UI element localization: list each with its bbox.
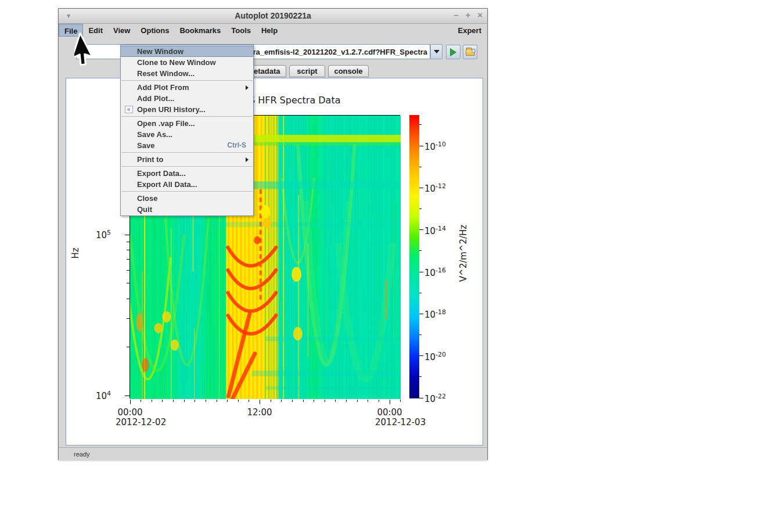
- chevron-down-icon: [434, 50, 440, 53]
- colorbar-tick-major: [419, 146, 423, 146]
- x-tick: [281, 400, 282, 402]
- colorbar-tick-major: [419, 398, 423, 398]
- menu-separator: [121, 152, 253, 153]
- menu-bar: File Edit View Options Bookmarks Tools H…: [59, 24, 487, 37]
- colorbar-tick-minor: [419, 376, 422, 377]
- x-tick: [238, 400, 239, 402]
- menuitem-reset-window[interactable]: Reset Window...: [121, 68, 253, 79]
- colorbar-tick-minor: [419, 167, 422, 167]
- menuitem-export-data[interactable]: Export Data...: [121, 168, 253, 179]
- x-tick: [249, 400, 249, 402]
- x-tick: [217, 400, 217, 402]
- x-tick: [379, 400, 379, 402]
- menuitem-close[interactable]: Close: [121, 193, 253, 204]
- x-tick: [292, 400, 293, 402]
- y-tick-minor: [127, 270, 129, 271]
- y-tick-minor: [127, 250, 129, 250]
- y-tick-minor: [127, 242, 129, 242]
- x-tick: [152, 400, 152, 402]
- menuitem-add-plot[interactable]: Add Plot...: [121, 93, 253, 104]
- menuitem-export-all-data[interactable]: Export All Data...: [121, 179, 253, 190]
- submenu-arrow-icon: [246, 157, 249, 162]
- y-tick-minor: [127, 259, 129, 260]
- colorbar-tick-label: 10-20: [424, 351, 459, 362]
- menu-help[interactable]: Help: [256, 24, 283, 37]
- colorbar-tick-label: 10-22: [424, 393, 459, 404]
- menu-separator: [121, 166, 253, 167]
- tab-script[interactable]: script: [289, 65, 325, 77]
- menu-separator: [121, 116, 253, 117]
- x-tick-date-0: 2012-12-02: [116, 417, 166, 427]
- play-icon: [450, 48, 456, 56]
- colorbar-tick-label: 10-14: [424, 225, 459, 236]
- menu-view[interactable]: View: [108, 24, 135, 37]
- colorbar: [409, 115, 419, 398]
- folder-search-icon: [466, 49, 475, 56]
- colorbar-axis-label: V^2/m^2/Hz: [458, 210, 469, 297]
- menu-tools[interactable]: Tools: [226, 24, 256, 37]
- uri-dropdown-button[interactable]: [430, 44, 442, 59]
- x-tick: [335, 400, 336, 402]
- y-tick-minor: [127, 347, 129, 347]
- menuitem-print-to[interactable]: Print to: [121, 154, 253, 165]
- x-tick: [260, 400, 260, 404]
- x-tick: [141, 400, 141, 402]
- maximize-button[interactable]: +: [465, 10, 470, 20]
- y-tick-major: [125, 396, 129, 396]
- x-tick-date-24: 2012-12-03: [375, 417, 426, 427]
- menu-separator: [121, 191, 253, 192]
- x-tick: [368, 400, 368, 402]
- x-tick: [195, 400, 195, 402]
- colorbar-tick-major: [419, 272, 423, 272]
- submenu-arrow-icon: [246, 85, 249, 90]
- autoplot-window: ▾ Autoplot 20190221a – + × File Edit Vie…: [58, 8, 488, 460]
- colorbar-tick-major: [419, 355, 423, 356]
- go-button[interactable]: [446, 45, 460, 59]
- x-tick-time-24: 00:00: [369, 407, 410, 418]
- y-tick-major: [125, 235, 129, 235]
- x-tick: [130, 400, 131, 404]
- status-bar: ready: [59, 447, 487, 460]
- menuitem-save-as[interactable]: Save As...: [121, 129, 253, 140]
- colorbar-tick-major: [419, 314, 423, 314]
- menu-separator: [121, 80, 253, 81]
- menu-options[interactable]: Options: [135, 24, 174, 37]
- y-axis-label: Hz: [70, 242, 81, 265]
- x-tick: [227, 400, 228, 402]
- file-menu-popup: New Window Clone to New Window Reset Win…: [120, 45, 254, 216]
- desktop: ▾ Autoplot 20190221a – + × File Edit Vie…: [0, 0, 781, 532]
- status-text: ready: [74, 451, 90, 458]
- menuitem-save[interactable]: SaveCtrl-S: [121, 140, 253, 151]
- menuitem-add-plot-from[interactable]: Add Plot From: [121, 82, 253, 93]
- x-tick-time-12: 12:00: [239, 407, 280, 418]
- x-tick: [271, 400, 271, 402]
- menuitem-clone-to-new-window[interactable]: Clone to New Window: [121, 57, 253, 68]
- colorbar-tick-minor: [419, 250, 422, 251]
- y-tick-minor: [127, 283, 129, 283]
- expert-mode-label[interactable]: Expert: [452, 25, 487, 36]
- x-tick: [346, 400, 347, 402]
- colorbar-tick-minor: [419, 124, 422, 125]
- menuitem-open-uri-history[interactable]: ≡Open URI History...: [121, 104, 253, 115]
- menu-bookmarks[interactable]: Bookmarks: [174, 24, 226, 37]
- colorbar-tick-major: [419, 188, 423, 188]
- tab-console[interactable]: console: [328, 65, 369, 77]
- minimize-button[interactable]: –: [454, 10, 458, 20]
- x-tick: [400, 400, 401, 402]
- x-tick: [162, 400, 163, 402]
- y-tick-label-1e4: 104: [85, 390, 111, 401]
- colorbar-tick-label: 10-12: [424, 182, 459, 194]
- menuitem-quit[interactable]: Quit: [121, 204, 253, 215]
- close-button[interactable]: ×: [477, 10, 483, 20]
- menuitem-open-vap-file[interactable]: Open .vap File...: [121, 118, 253, 129]
- open-file-button[interactable]: [463, 45, 477, 59]
- colorbar-tick-minor: [419, 293, 422, 293]
- menuitem-new-window[interactable]: New Window: [121, 46, 253, 57]
- colorbar-tick-label: 10-18: [424, 308, 459, 320]
- x-tick: [303, 400, 304, 402]
- title-bar[interactable]: ▾ Autoplot 20190221a – + ×: [59, 9, 487, 24]
- x-tick: [325, 400, 325, 402]
- x-tick: [357, 400, 358, 402]
- colorbar-tick-major: [419, 229, 423, 230]
- x-tick: [184, 400, 185, 402]
